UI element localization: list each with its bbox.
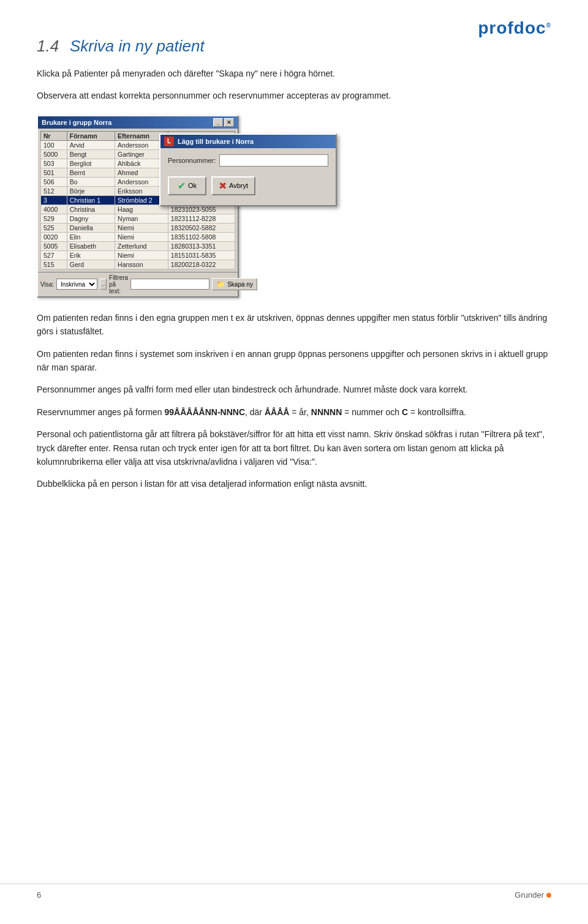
table-cell-efternamn: Niemi xyxy=(115,232,168,241)
logo-area: profdoc® xyxy=(478,18,551,38)
table-cell-personnr: 18320502-5882 xyxy=(168,223,235,232)
table-cell-personnr: 18151031-5835 xyxy=(168,250,235,260)
table-cell-fornamn: Elisabeth xyxy=(67,241,115,250)
overlay-title: Lägg till brukare i Norra xyxy=(178,138,254,145)
table-cell-fornamn: Erik xyxy=(67,250,115,260)
table-cell-efternamn: Hansson xyxy=(115,260,168,269)
table-cell-fornamn: Arvid xyxy=(67,140,115,149)
logo-reg: ® xyxy=(546,22,551,29)
paragraph-7: Personal och patientlistorna går att fil… xyxy=(37,427,551,468)
page-number: 6 xyxy=(37,890,41,900)
filtrera-label: Filtrera på text: xyxy=(109,274,128,295)
paragraph-6: Reservnummer anges på formen 99ÅÅÅÅÅNN-N… xyxy=(37,405,551,419)
section-title: Skriva in ny patient xyxy=(70,37,205,55)
table-cell-fornamn: Daniella xyxy=(67,223,115,232)
table-cell-fornamn: Dagny xyxy=(67,214,115,223)
overlay-title-icon: L xyxy=(164,137,174,146)
table-row[interactable]: 515GerdHansson18200218-0322 xyxy=(41,260,235,269)
table-cell-personnr: 18351102-5808 xyxy=(168,232,235,241)
footer-dot-icon xyxy=(546,893,551,898)
footer-right: Grunder xyxy=(514,890,551,900)
table-cell-efternamn: Zetterlund xyxy=(115,241,168,250)
table-row[interactable]: 527ErikNiemi18151031-5835 xyxy=(41,250,235,260)
close-button[interactable]: ✕ xyxy=(224,118,234,127)
visa-label: Visa: xyxy=(40,281,54,288)
col-fornamn[interactable]: Förnamn xyxy=(67,131,115,140)
table-cell-nr: 4000 xyxy=(41,205,67,214)
section-heading: 1.4 Skriva in ny patient xyxy=(37,37,551,56)
table-cell-fornamn: Bengt xyxy=(67,149,115,159)
titlebar-buttons: _ ✕ xyxy=(213,118,234,127)
paragraph-2: Observera att endast korrekta personnumm… xyxy=(37,89,551,102)
table-cell-nr: 0020 xyxy=(41,232,67,241)
table-cell-nr: 515 xyxy=(41,260,67,269)
overlay-titlebar: L Lägg till brukare i Norra xyxy=(160,135,336,148)
paragraph-4: Om patienten redan finns i systemet som … xyxy=(37,347,551,375)
table-cell-nr: 506 xyxy=(41,177,67,186)
paragraph-1: Klicka på Patienter på menyraden och där… xyxy=(37,67,551,80)
table-cell-nr: 525 xyxy=(41,223,67,232)
table-cell-fornamn: Christian 1 xyxy=(67,195,115,205)
ok-button[interactable]: ✔ Ok xyxy=(168,176,206,195)
table-cell-nr: 3 xyxy=(41,195,67,205)
table-cell-nr: 100 xyxy=(41,140,67,149)
filtrera-input[interactable] xyxy=(130,279,209,290)
paragraph-5: Personnummer anges på valfri form med el… xyxy=(37,383,551,396)
table-row[interactable]: 5005ElisabethZetterlund18280313-3351 xyxy=(41,241,235,250)
overlay-dialog: L Lägg till brukare i Norra Personnummer… xyxy=(159,133,337,206)
dialog-bottom-bar: Visa: Inskrivna … Filtrera på text: 📁 Sk… xyxy=(38,272,238,296)
table-row[interactable]: 0020ElinNiemi18351102-5808 xyxy=(41,232,235,241)
minimize-button[interactable]: _ xyxy=(213,118,223,127)
table-cell-efternamn: Nyman xyxy=(115,214,168,223)
table-cell-fornamn: Elin xyxy=(67,232,115,241)
visa-dropdown[interactable]: Inskrivna xyxy=(56,279,97,290)
table-cell-nr: 501 xyxy=(41,168,67,177)
table-cell-nr: 527 xyxy=(41,250,67,260)
footer-text: Grunder xyxy=(514,890,544,900)
table-cell-personnr: 18231112-8228 xyxy=(168,214,235,223)
table-row[interactable]: 529DagnyNyman18231112-8228 xyxy=(41,214,235,223)
avbryt-button[interactable]: ✖ Avbryt xyxy=(211,176,255,195)
table-cell-personnr: 18280313-3351 xyxy=(168,241,235,250)
paragraph-8: Dubbelklicka på en person i listan för a… xyxy=(37,477,551,490)
main-dialog-titlebar: Brukare i grupp Norra _ ✕ xyxy=(38,116,238,129)
overlay-body: Personnummer: ✔ Ok ✖ Avbryt xyxy=(160,148,336,205)
avbryt-icon: ✖ xyxy=(219,180,227,192)
logo: profdoc® xyxy=(478,18,551,37)
table-row[interactable]: 525DaniellaNiemi18320502-5882 xyxy=(41,223,235,232)
folder-icon: 📁 xyxy=(216,280,225,288)
page-footer: 6 Grunder xyxy=(0,884,588,900)
personnummer-label: Personnummer: xyxy=(168,157,216,164)
personnummer-field-row: Personnummer: xyxy=(168,154,328,167)
section-number: 1.4 xyxy=(37,37,59,55)
visa-browse-button[interactable]: … xyxy=(100,279,107,290)
col-nr[interactable]: Nr xyxy=(41,131,67,140)
table-cell-nr: 5005 xyxy=(41,241,67,250)
table-cell-nr: 529 xyxy=(41,214,67,223)
table-cell-fornamn: Gerd xyxy=(67,260,115,269)
screenshot-container: Brukare i grupp Norra _ ✕ Nr Förnamn Eft… xyxy=(37,115,551,298)
table-cell-personnr: 18200218-0322 xyxy=(168,260,235,269)
main-dialog-title: Brukare i grupp Norra xyxy=(42,119,111,126)
skapa-ny-button[interactable]: 📁 Skapa ny xyxy=(212,278,257,290)
paragraph-3: Om patienten redan finns i den egna grup… xyxy=(37,311,551,339)
table-cell-efternamn: Niemi xyxy=(115,250,168,260)
table-cell-fornamn: Bernt xyxy=(67,168,115,177)
table-cell-nr: 503 xyxy=(41,159,67,168)
table-cell-fornamn: Bo xyxy=(67,177,115,186)
table-cell-nr: 5000 xyxy=(41,149,67,159)
table-cell-fornamn: Börje xyxy=(67,186,115,195)
table-cell-efternamn: Niemi xyxy=(115,223,168,232)
table-cell-fornamn: Bergliot xyxy=(67,159,115,168)
overlay-button-row: ✔ Ok ✖ Avbryt xyxy=(168,174,328,199)
personnummer-input[interactable] xyxy=(219,154,328,167)
table-cell-nr: 512 xyxy=(41,186,67,195)
table-cell-fornamn: Christina xyxy=(67,205,115,214)
ok-icon: ✔ xyxy=(178,180,186,192)
